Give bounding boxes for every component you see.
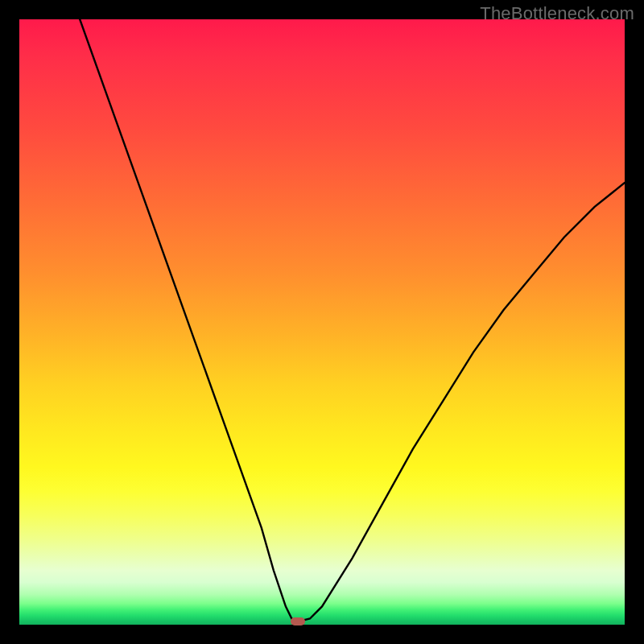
watermark-text: TheBottleneck.com (480, 3, 634, 24)
bottleneck-curve (19, 19, 625, 625)
optimal-point-marker (291, 617, 305, 625)
plot-area (19, 19, 625, 625)
chart-stage: TheBottleneck.com (0, 0, 644, 644)
curve-path (80, 19, 625, 621)
